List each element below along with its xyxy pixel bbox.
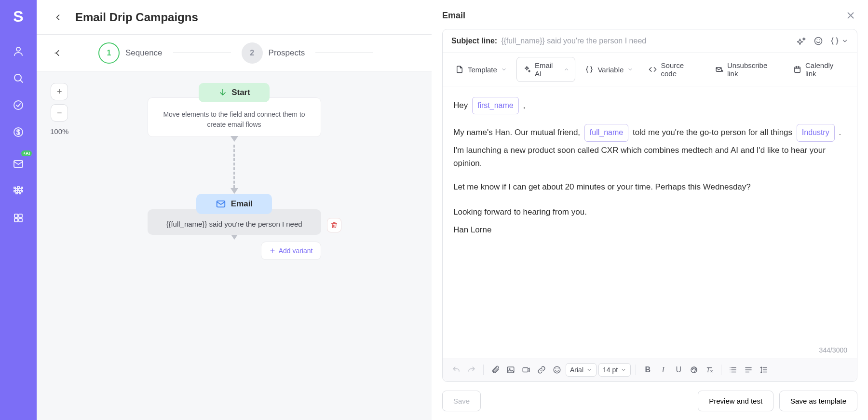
char-counter: 344/3000 — [443, 346, 857, 358]
email-body-editor[interactable]: Hey first_name , My name's Han. Our mutu… — [443, 86, 857, 346]
svg-rect-5 — [14, 214, 18, 217]
svg-rect-13 — [507, 367, 514, 373]
format-toolbar: Arial 14 pt B I U — [443, 358, 857, 381]
page-header: Email Drip Campaigns — [37, 0, 432, 35]
step-label: Sequence — [125, 48, 163, 58]
redo-button[interactable] — [465, 363, 478, 377]
source-code-button[interactable]: Source code — [643, 57, 705, 81]
step-prospects[interactable]: 2 Prospects — [242, 42, 305, 64]
arrow-down-icon — [218, 88, 228, 97]
color-button[interactable] — [687, 363, 701, 377]
node-email[interactable]: Email — [196, 194, 272, 214]
save-button[interactable]: Save — [442, 391, 481, 411]
font-family-select[interactable]: Arial — [566, 363, 597, 377]
email-ai-button[interactable]: Email AI — [516, 57, 576, 82]
subject-row[interactable]: Subject line: {{full_name}} said you're … — [443, 29, 857, 53]
clear-format-button[interactable] — [703, 363, 716, 377]
italic-button[interactable]: I — [656, 363, 670, 377]
var-chip-first-name[interactable]: first_name — [472, 97, 519, 114]
app-logo: S — [7, 5, 30, 28]
step-number-active: 1 — [98, 42, 120, 64]
preview-button[interactable]: Preview and test — [698, 391, 773, 411]
svg-rect-6 — [19, 214, 22, 217]
nav-integrations[interactable] — [7, 179, 30, 203]
zoom-out-button[interactable]: − — [51, 104, 68, 122]
node-email-label: Email — [231, 199, 253, 209]
sidebar: S +AI — [0, 0, 37, 420]
panel-footer: Save Preview and test Save as template — [442, 382, 857, 411]
image-button[interactable] — [504, 363, 517, 377]
add-variant-button[interactable]: Add variant — [261, 242, 321, 260]
unsubscribe-button[interactable]: Unsubscribe link — [709, 57, 784, 81]
nav-email[interactable]: +AI — [7, 152, 30, 176]
steps-back-button[interactable] — [50, 45, 66, 61]
hint-card: Move elements to the field and connect t… — [148, 97, 321, 137]
emoji-button[interactable] — [814, 36, 823, 46]
variable-dropdown[interactable]: Variable — [579, 61, 639, 78]
save-template-button[interactable]: Save as template — [779, 391, 857, 411]
list-ul-button[interactable] — [726, 363, 740, 377]
font-size-select[interactable]: 14 pt — [598, 363, 631, 377]
step-number-inactive: 2 — [242, 42, 263, 64]
editor-toolbar: Template Email AI Variable Source code U… — [443, 53, 857, 86]
delete-node-button[interactable] — [327, 218, 341, 232]
nav-billing[interactable] — [7, 121, 30, 144]
svg-rect-8 — [19, 218, 22, 222]
ai-badge: +AI — [21, 150, 32, 156]
video-button[interactable] — [519, 363, 533, 377]
svg-point-2 — [14, 101, 23, 109]
nav-check[interactable] — [7, 94, 30, 117]
editor-box: Subject line: {{full_name}} said you're … — [442, 29, 857, 382]
svg-rect-7 — [14, 218, 18, 222]
node-start[interactable]: Start — [199, 83, 270, 102]
subject-value[interactable]: {{full_name}} said you're the person I n… — [501, 37, 793, 45]
var-chip-full-name[interactable]: full_name — [584, 124, 628, 141]
zoom-in-button[interactable]: + — [51, 83, 68, 100]
email-panel: Email Subject line: {{full_name}} said y… — [432, 0, 868, 420]
calendly-button[interactable]: Calendly link — [787, 57, 850, 81]
step-divider — [315, 53, 373, 53]
chevron-down-icon — [501, 67, 507, 72]
bold-button[interactable]: B — [641, 363, 654, 377]
step-divider — [173, 53, 231, 53]
subject-label: Subject line: — [451, 37, 497, 45]
attach-button[interactable] — [488, 363, 502, 377]
zoom-percent: 100% — [50, 127, 68, 135]
align-button[interactable] — [742, 363, 755, 377]
dashed-connector — [231, 145, 238, 194]
zoom-controls: + − 100% — [50, 83, 68, 135]
hint-text: Move elements to the field and connect t… — [161, 109, 308, 130]
svg-point-10 — [815, 38, 822, 45]
panel-header: Email — [442, 9, 857, 22]
flow-column: Start Move elements to the field and con… — [148, 83, 321, 260]
variable-button[interactable] — [830, 36, 848, 46]
nav-apps[interactable] — [7, 206, 30, 230]
node-start-label: Start — [231, 88, 250, 97]
line-height-button[interactable] — [757, 363, 771, 377]
close-button[interactable] — [844, 9, 857, 22]
nav-contacts[interactable] — [7, 40, 30, 63]
chevron-up-icon — [564, 67, 569, 72]
svg-point-16 — [554, 366, 560, 373]
link-button[interactable] — [535, 363, 548, 377]
add-variant-label: Add variant — [279, 247, 313, 255]
calendar-icon — [793, 65, 801, 74]
email-card-subject: {{full_name}} said you're the person I n… — [160, 220, 309, 228]
underline-button[interactable]: U — [672, 363, 685, 377]
var-chip-industry[interactable]: Industry — [797, 124, 835, 141]
svg-rect-12 — [795, 67, 800, 72]
flow-canvas[interactable]: + − 100% Start Move elements to the fiel… — [37, 71, 432, 420]
nav-search[interactable] — [7, 67, 30, 90]
steps-bar: 1 Sequence 2 Prospects — [37, 35, 432, 71]
back-button[interactable] — [50, 10, 66, 25]
template-button[interactable]: Template — [449, 61, 513, 78]
plus-icon — [269, 247, 276, 254]
svg-rect-15 — [523, 368, 528, 372]
template-icon — [455, 65, 464, 74]
emoji-button[interactable] — [550, 363, 564, 377]
step-sequence[interactable]: 1 Sequence — [98, 42, 163, 64]
undo-button[interactable] — [449, 363, 463, 377]
unsub-icon — [715, 65, 723, 74]
braces-icon — [585, 65, 594, 74]
ai-sparkle-button[interactable] — [797, 36, 807, 46]
